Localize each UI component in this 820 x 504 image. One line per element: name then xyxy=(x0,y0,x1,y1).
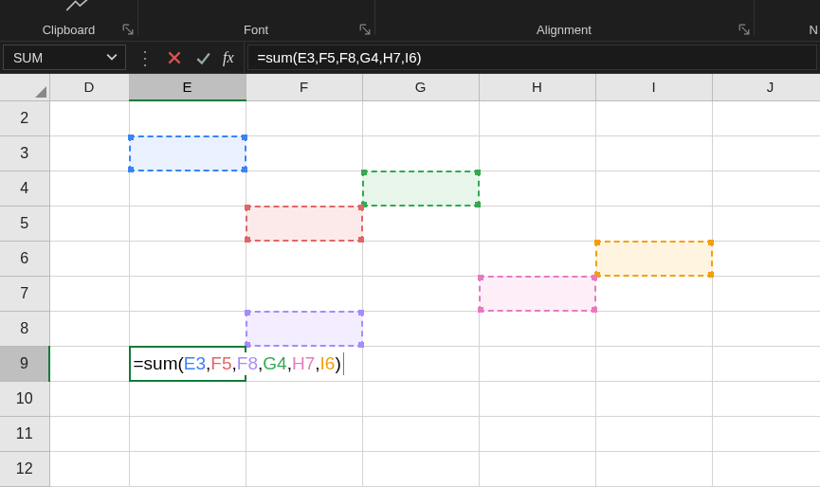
cell-I5[interactable] xyxy=(595,206,712,241)
cell-J10[interactable] xyxy=(712,381,820,416)
dialog-launcher-icon[interactable] xyxy=(738,24,750,35)
cell-E7[interactable] xyxy=(129,276,246,311)
ribbon-group-font[interactable]: Font xyxy=(137,23,374,37)
name-box[interactable]: SUM xyxy=(3,45,126,70)
cell-I7[interactable] xyxy=(595,276,712,311)
cell-H8[interactable] xyxy=(479,311,595,346)
ribbon-group-clipboard[interactable]: Clipboard xyxy=(0,23,137,37)
row-header-7[interactable]: 7 xyxy=(0,276,49,311)
chevron-down-icon[interactable] xyxy=(106,50,118,65)
cell-G10[interactable] xyxy=(362,381,479,416)
col-header-D[interactable]: D xyxy=(49,74,129,100)
col-header-E[interactable]: E xyxy=(129,74,246,100)
cell-H4[interactable] xyxy=(479,171,595,206)
select-all-corner[interactable] xyxy=(0,74,49,100)
cell-I2[interactable] xyxy=(595,100,712,135)
cancel-button[interactable] xyxy=(166,49,183,66)
cell-H7[interactable]: 256 xyxy=(479,276,595,311)
col-header-J[interactable]: J xyxy=(712,74,820,100)
row-header-4[interactable]: 4 xyxy=(0,171,49,206)
cell-F8[interactable]: 158 xyxy=(246,311,362,346)
cell-F3[interactable] xyxy=(246,135,362,171)
cell-H12[interactable] xyxy=(479,451,595,486)
spreadsheet-grid[interactable]: D E F G H I J 23124155246123725681589=su… xyxy=(0,74,820,504)
cell-G9[interactable] xyxy=(362,346,479,381)
cell-E8[interactable] xyxy=(129,311,246,346)
row-header-11[interactable]: 11 xyxy=(0,416,49,451)
cell-H6[interactable] xyxy=(479,241,595,276)
cell-F2[interactable] xyxy=(246,100,362,135)
cell-G12[interactable] xyxy=(362,451,479,486)
cell-D2[interactable] xyxy=(49,100,129,135)
row-header-8[interactable]: 8 xyxy=(0,311,49,346)
cell-E3[interactable]: 12 xyxy=(129,135,246,171)
drag-handle-icon[interactable]: ⋮ xyxy=(136,46,155,69)
cell-F9[interactable] xyxy=(246,346,362,381)
row-header-10[interactable]: 10 xyxy=(0,381,49,416)
cell-D8[interactable] xyxy=(49,311,129,346)
cell-E9[interactable]: =sum(E3,F5,F8,G4,H7,I6) xyxy=(129,346,246,381)
cell-I9[interactable] xyxy=(595,346,712,381)
cell-D11[interactable] xyxy=(49,416,129,451)
cell-G11[interactable] xyxy=(362,416,479,451)
cell-G2[interactable] xyxy=(362,100,479,135)
cell-F12[interactable] xyxy=(246,451,362,486)
cell-D12[interactable] xyxy=(49,451,129,486)
cell-D6[interactable] xyxy=(49,241,129,276)
cell-J5[interactable] xyxy=(712,206,820,241)
cell-I4[interactable] xyxy=(595,171,712,206)
cell-H11[interactable] xyxy=(479,416,595,451)
cell-D4[interactable] xyxy=(49,171,129,206)
cell-J12[interactable] xyxy=(712,451,820,486)
cell-I11[interactable] xyxy=(595,416,712,451)
cell-J3[interactable] xyxy=(712,135,820,171)
cell-E10[interactable] xyxy=(129,381,246,416)
cell-G5[interactable] xyxy=(362,206,479,241)
row-header-3[interactable]: 3 xyxy=(0,135,49,171)
cell-I8[interactable] xyxy=(595,311,712,346)
cell-I3[interactable] xyxy=(595,135,712,171)
cell-E2[interactable] xyxy=(129,100,246,135)
cell-H2[interactable] xyxy=(479,100,595,135)
cell-H9[interactable] xyxy=(479,346,595,381)
cell-I6[interactable]: 123 xyxy=(595,241,712,276)
cell-J6[interactable] xyxy=(712,241,820,276)
cell-F7[interactable] xyxy=(246,276,362,311)
formula-bar[interactable]: =sum(E3,F5,F8,G4,H7,I6) xyxy=(247,45,817,70)
cell-J9[interactable] xyxy=(712,346,820,381)
row-header-9[interactable]: 9 xyxy=(0,346,49,381)
cell-J4[interactable] xyxy=(712,171,820,206)
cell-D3[interactable] xyxy=(49,135,129,171)
cell-F5[interactable]: 24 xyxy=(246,206,362,241)
cell-G7[interactable] xyxy=(362,276,479,311)
row-header-6[interactable]: 6 xyxy=(0,241,49,276)
ribbon-group-alignment[interactable]: Alignment xyxy=(374,23,754,37)
cell-E12[interactable] xyxy=(129,451,246,486)
cell-D10[interactable] xyxy=(49,381,129,416)
row-header-2[interactable]: 2 xyxy=(0,100,49,135)
cell-E4[interactable] xyxy=(129,171,246,206)
cell-J8[interactable] xyxy=(712,311,820,346)
cell-G4[interactable]: 15 xyxy=(362,171,479,206)
enter-button[interactable] xyxy=(194,49,211,66)
cell-F11[interactable] xyxy=(246,416,362,451)
cell-J7[interactable] xyxy=(712,276,820,311)
row-header-5[interactable]: 5 xyxy=(0,206,49,241)
col-header-F[interactable]: F xyxy=(246,74,362,100)
cell-D5[interactable] xyxy=(49,206,129,241)
col-header-I[interactable]: I xyxy=(595,74,712,100)
cell-E6[interactable] xyxy=(129,241,246,276)
cell-I12[interactable] xyxy=(595,451,712,486)
cell-F10[interactable] xyxy=(246,381,362,416)
cell-E11[interactable] xyxy=(129,416,246,451)
cell-J2[interactable] xyxy=(712,100,820,135)
col-header-H[interactable]: H xyxy=(479,74,595,100)
cell-H10[interactable] xyxy=(479,381,595,416)
cell-G8[interactable] xyxy=(362,311,479,346)
cell-J11[interactable] xyxy=(712,416,820,451)
cell-G6[interactable] xyxy=(362,241,479,276)
cell-I10[interactable] xyxy=(595,381,712,416)
cell-F4[interactable] xyxy=(246,171,362,206)
cell-D7[interactable] xyxy=(49,276,129,311)
col-header-G[interactable]: G xyxy=(362,74,479,100)
